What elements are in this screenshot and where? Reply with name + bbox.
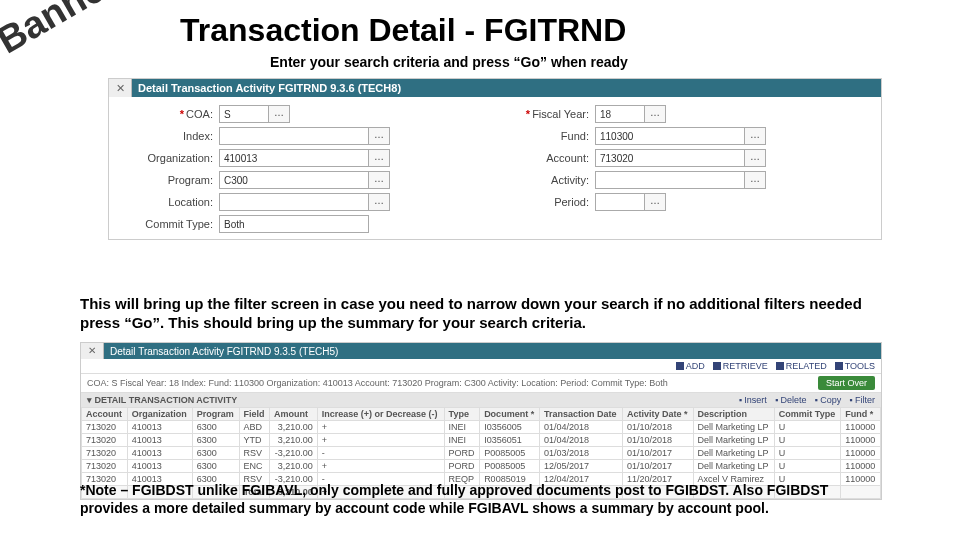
panel-header: ✕ Detail Transaction Activity FGITRND 9.…: [109, 79, 881, 97]
col-header[interactable]: Commit Type: [774, 408, 840, 421]
related-icon: [776, 362, 784, 370]
table-row[interactable]: 7130204100136300ABD3,210.00+INEII0356005…: [82, 421, 881, 434]
note-text: *Note – FGIBDST unlike FGIBAVL, only com…: [80, 482, 880, 517]
toolbar-add[interactable]: ADD: [676, 361, 705, 371]
field-input[interactable]: [219, 127, 369, 145]
cell: 410013: [127, 434, 192, 447]
cell: ABD: [239, 421, 269, 434]
add-icon: [676, 362, 684, 370]
search-panel: ✕ Detail Transaction Activity FGITRND 9.…: [108, 78, 882, 240]
cell: I0356005: [480, 421, 540, 434]
col-header[interactable]: Type: [444, 408, 480, 421]
col-header[interactable]: Account: [82, 408, 128, 421]
cell: 6300: [192, 421, 239, 434]
cell: +: [317, 434, 444, 447]
cell: Dell Marketing LP: [693, 421, 774, 434]
col-header[interactable]: Organization: [127, 408, 192, 421]
table-row[interactable]: 7130204100136300ENC3,210.00+PORDP0085005…: [82, 460, 881, 473]
field-input[interactable]: [595, 149, 745, 167]
lookup-icon[interactable]: …: [745, 127, 766, 145]
section-filter[interactable]: ▪ Filter: [849, 395, 875, 405]
results-panel: ✕ Detail Transaction Activity FGITRND 9.…: [80, 342, 882, 500]
lookup-icon[interactable]: …: [369, 127, 390, 145]
cell: 3,210.00: [269, 421, 317, 434]
field-label: Account:: [495, 152, 595, 164]
field-input[interactable]: [219, 105, 269, 123]
page-title: Transaction Detail - FGITRND: [180, 12, 626, 49]
lookup-icon[interactable]: …: [745, 171, 766, 189]
table-row[interactable]: 7130204100136300RSV-3,210.00-PORDP008500…: [82, 447, 881, 460]
cell: 713020: [82, 460, 128, 473]
table-row[interactable]: 7130204100136300YTD3,210.00+INEII0356051…: [82, 434, 881, 447]
tools-icon: [835, 362, 843, 370]
col-header[interactable]: Program: [192, 408, 239, 421]
lookup-icon[interactable]: …: [269, 105, 290, 123]
cell: U: [774, 434, 840, 447]
cell: 01/10/2018: [622, 434, 693, 447]
field-input[interactable]: [219, 215, 369, 233]
col-header[interactable]: Amount: [269, 408, 317, 421]
toolbar-retrieve[interactable]: RETRIEVE: [713, 361, 768, 371]
cell: 3,210.00: [269, 460, 317, 473]
col-header[interactable]: Document *: [480, 408, 540, 421]
field-input[interactable]: [595, 171, 745, 189]
cell: 01/10/2017: [622, 447, 693, 460]
field-label: Location:: [119, 196, 219, 208]
cell: 713020: [82, 447, 128, 460]
cell: YTD: [239, 434, 269, 447]
col-header[interactable]: Activity Date *: [622, 408, 693, 421]
field-input[interactable]: [219, 193, 369, 211]
cell: 6300: [192, 460, 239, 473]
field-input[interactable]: [595, 105, 645, 123]
field-input[interactable]: [595, 127, 745, 145]
cell: 3,210.00: [269, 434, 317, 447]
panel-title: Detail Transaction Activity FGITRND 9.3.…: [132, 82, 401, 94]
cell: 713020: [82, 421, 128, 434]
toolbar-related[interactable]: RELATED: [776, 361, 827, 371]
lookup-icon[interactable]: …: [369, 171, 390, 189]
section-bar: ▾ DETAIL TRANSACTION ACTIVITY ▪ Insert▪ …: [81, 393, 881, 407]
toolbar: ADD RETRIEVE RELATED TOOLS: [81, 359, 881, 374]
lookup-icon[interactable]: …: [369, 149, 390, 167]
results-header: ✕ Detail Transaction Activity FGITRND 9.…: [81, 343, 881, 359]
cell: I0356051: [480, 434, 540, 447]
field-label: Program:: [119, 174, 219, 186]
cell: P0085005: [480, 447, 540, 460]
section-delete[interactable]: ▪ Delete: [775, 395, 807, 405]
lookup-icon[interactable]: …: [369, 193, 390, 211]
col-header[interactable]: Fund *: [841, 408, 881, 421]
lookup-icon[interactable]: …: [645, 193, 666, 211]
cell: RSV: [239, 447, 269, 460]
toolbar-tools[interactable]: TOOLS: [835, 361, 875, 371]
col-header[interactable]: Field: [239, 408, 269, 421]
cell: Dell Marketing LP: [693, 460, 774, 473]
field-input[interactable]: [219, 149, 369, 167]
cell: 01/04/2018: [540, 434, 623, 447]
field-label: *Fiscal Year:: [495, 108, 595, 120]
field-input[interactable]: [595, 193, 645, 211]
results-title: Detail Transaction Activity FGITRND 9.3.…: [104, 346, 338, 357]
col-header[interactable]: Increase (+) or Decrease (-): [317, 408, 444, 421]
breadcrumb-text: COA: S Fiscal Year: 18 Index: Fund: 1103…: [87, 378, 668, 388]
cell: Dell Marketing LP: [693, 447, 774, 460]
cell: 12/05/2017: [540, 460, 623, 473]
field-input[interactable]: [219, 171, 369, 189]
cell: 6300: [192, 434, 239, 447]
close-icon[interactable]: ✕: [109, 79, 132, 97]
cell: 713020: [82, 434, 128, 447]
start-over-button[interactable]: Start Over: [818, 376, 875, 390]
col-header[interactable]: Description: [693, 408, 774, 421]
cell: 410013: [127, 460, 192, 473]
cell: INEI: [444, 434, 480, 447]
cell: ENC: [239, 460, 269, 473]
cell: PORD: [444, 447, 480, 460]
lookup-icon[interactable]: …: [645, 105, 666, 123]
instruction-text-1: This will bring up the filter screen in …: [80, 295, 880, 333]
section-copy[interactable]: ▪ Copy: [815, 395, 842, 405]
section-insert[interactable]: ▪ Insert: [739, 395, 767, 405]
lookup-icon[interactable]: …: [745, 149, 766, 167]
close-icon[interactable]: ✕: [81, 343, 104, 359]
cell: 110000: [841, 421, 881, 434]
col-header[interactable]: Transaction Date: [540, 408, 623, 421]
cell: U: [774, 460, 840, 473]
